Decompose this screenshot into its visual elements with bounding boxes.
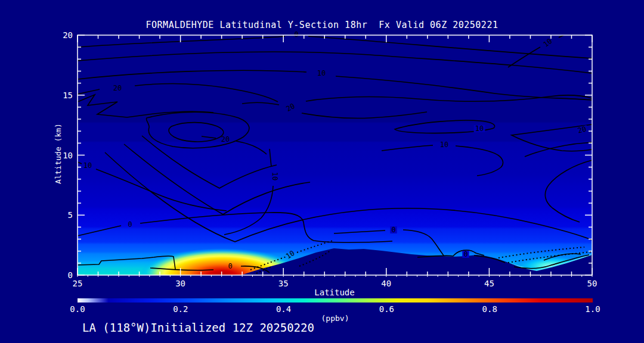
- background-fill: [78, 35, 592, 275]
- contour-label: 10: [271, 172, 279, 180]
- y-tick-label: 15: [63, 91, 73, 100]
- x-tick-label: 35: [278, 279, 289, 288]
- y-tick-label: 20: [63, 30, 73, 40]
- contour-label: 0: [228, 262, 232, 270]
- x-tick-label: 40: [381, 279, 391, 288]
- colorbar-tick-label: 0.6: [379, 304, 394, 314]
- chart-title: FORMALDEHYDE Latitudinal Y-Section 18hr …: [0, 20, 644, 30]
- contour-label-text: 10: [317, 69, 326, 77]
- contour-label-text: 10: [475, 124, 484, 133]
- contour-label-text: 0: [294, 30, 298, 39]
- x-tick-label: 45: [484, 279, 494, 288]
- y-tick-label: 5: [68, 210, 73, 220]
- contour-label: 0: [390, 226, 397, 234]
- colorbar-tick-label: 1.0: [585, 304, 600, 314]
- contour-label: 20: [113, 84, 122, 92]
- contour-label: 20: [221, 135, 230, 144]
- x-tick-label: 50: [587, 279, 597, 288]
- y-tick-label: 10: [63, 151, 73, 160]
- colorbar-tick-label: 0.0: [70, 304, 85, 314]
- contour-label-text: 20: [221, 135, 230, 144]
- x-tick-label: 25: [73, 279, 83, 288]
- contour-label: 10: [83, 161, 92, 170]
- contour-label-text: 10: [440, 141, 448, 149]
- colorbar-tick-label: 0.8: [482, 304, 497, 314]
- contour-label-text: 0: [128, 220, 132, 229]
- contour-label: 0: [293, 30, 299, 39]
- contour-label: 10: [440, 141, 448, 149]
- y-axis-label: Altitude (km): [54, 123, 63, 184]
- contour-label-text: 0: [463, 250, 467, 258]
- contour-label-text: 20: [113, 84, 122, 92]
- plot-graphic: 0.00.20.40.60.81.0: [70, 304, 600, 314]
- colorbar-gradient: [78, 298, 593, 303]
- colorbar: 0.00.20.40.60.81.0: [70, 298, 600, 314]
- init-info-text: LA (118°W)Initialized 12Z 20250220: [82, 321, 314, 334]
- contour-fill-field: [78, 32, 593, 301]
- forecast-cross-section-screen: 0101020202010101010200010002530354045500…: [0, 0, 644, 343]
- colorbar-tick-label: 0.4: [276, 304, 291, 314]
- x-tick-label: 30: [175, 279, 185, 288]
- x-axis-label: Latitude: [314, 288, 354, 297]
- contour-label-text: 0: [391, 226, 395, 234]
- contour-label-text: 10: [271, 172, 279, 180]
- contour-label-text: 10: [83, 161, 92, 170]
- colorbar-unit-label: (ppbv): [321, 314, 349, 323]
- contour-label-text: 0: [228, 262, 232, 270]
- y-tick-label: 0: [68, 270, 73, 280]
- contour-label: 0: [128, 220, 132, 229]
- contour-label: 0: [462, 250, 469, 258]
- contour-label: 10: [317, 69, 326, 77]
- contour-label: 10: [474, 124, 485, 133]
- colorbar-tick-label: 0.2: [173, 304, 188, 314]
